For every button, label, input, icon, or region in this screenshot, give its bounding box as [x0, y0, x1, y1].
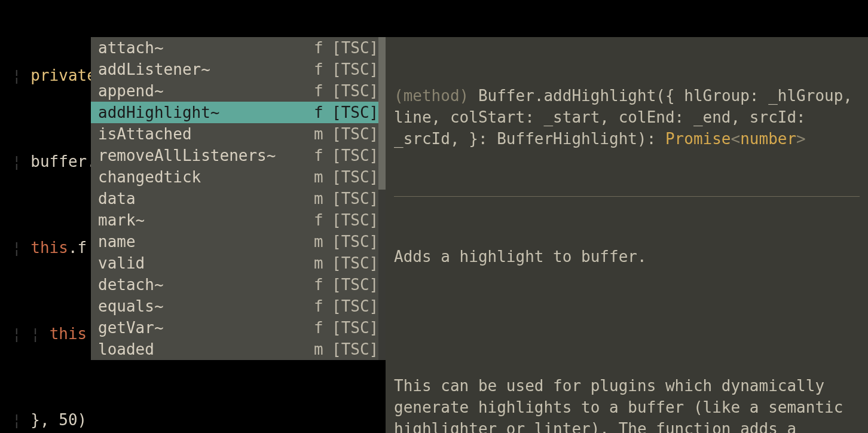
completion-item[interactable]: getVar~f[TSC] — [91, 317, 386, 339]
documentation-panel: (method) Buffer.addHighlight({ hlGroup: … — [386, 37, 868, 433]
completion-item-kind: m — [314, 166, 332, 188]
popup-scrollthumb[interactable] — [378, 37, 386, 190]
completion-item-source: [TSC] — [332, 102, 386, 123]
completion-item-source: [TSC] — [332, 274, 386, 295]
completion-item-kind: f — [314, 59, 332, 80]
completion-item-name: append~ — [98, 80, 314, 102]
completion-item-source: [TSC] — [332, 317, 386, 339]
completion-item-name: removeAllListeners~ — [98, 145, 314, 166]
completion-item-source: [TSC] — [332, 252, 386, 274]
completion-item[interactable]: mark~f[TSC] — [91, 209, 386, 231]
doc-separator — [394, 196, 860, 197]
completion-item-name: getVar~ — [98, 317, 314, 339]
completion-item-kind: m — [314, 188, 332, 209]
completion-item[interactable]: equals~f[TSC] — [91, 295, 386, 317]
completion-item-kind: f — [314, 37, 332, 59]
completion-item[interactable]: append~f[TSC] — [91, 80, 386, 102]
completion-item-source: [TSC] — [332, 166, 386, 188]
completion-item-kind: m — [314, 252, 332, 274]
completion-item-name: changedtick — [98, 166, 314, 188]
completion-item-kind: f — [314, 145, 332, 166]
completion-item-source: [TSC] — [332, 59, 386, 80]
completion-item-name: attach~ — [98, 37, 314, 59]
completion-item-name: isAttached — [98, 123, 314, 145]
completion-item-source: [TSC] — [332, 339, 386, 360]
completion-item-source: [TSC] — [332, 231, 386, 252]
completion-item-source: [TSC] — [332, 123, 386, 145]
completion-item-kind: f — [314, 80, 332, 102]
completion-item-name: equals~ — [98, 295, 314, 317]
doc-body: This can be used for plugins which dynam… — [394, 375, 860, 433]
completion-item-name: data — [98, 188, 314, 209]
completion-item-source: [TSC] — [332, 37, 386, 59]
completion-item[interactable]: removeAllListeners~f[TSC] — [91, 145, 386, 166]
completion-item[interactable]: namem[TSC] — [91, 231, 386, 252]
completion-item[interactable]: addHighlight~f[TSC] — [91, 102, 386, 123]
completion-item[interactable]: detach~f[TSC] — [91, 274, 386, 295]
popup-scrollbar[interactable] — [378, 37, 386, 360]
completion-item[interactable]: loadedm[TSC] — [91, 339, 386, 360]
completion-item[interactable]: changedtickm[TSC] — [91, 166, 386, 188]
completion-item-source: [TSC] — [332, 145, 386, 166]
completion-item-name: loaded — [98, 339, 314, 360]
completion-item-name: detach~ — [98, 274, 314, 295]
completion-item-kind: f — [314, 295, 332, 317]
completion-item-source: [TSC] — [332, 80, 386, 102]
completion-item-name: name — [98, 231, 314, 252]
completion-popup[interactable]: attach~f[TSC]addListener~f[TSC]append~f[… — [91, 37, 386, 360]
doc-summary: Adds a highlight to buffer. — [394, 246, 860, 267]
signature: (method) Buffer.addHighlight({ hlGroup: … — [394, 85, 860, 150]
completion-item-kind: f — [314, 102, 332, 123]
completion-item[interactable]: validm[TSC] — [91, 252, 386, 274]
completion-item[interactable]: datam[TSC] — [91, 188, 386, 209]
completion-item-kind: f — [314, 274, 332, 295]
completion-item-name: addHighlight~ — [98, 102, 314, 123]
completion-item-source: [TSC] — [332, 188, 386, 209]
completion-item-kind: f — [314, 209, 332, 231]
completion-item-kind: m — [314, 231, 332, 252]
completion-item-kind: m — [314, 123, 332, 145]
completion-item-name: mark~ — [98, 209, 314, 231]
completion-item[interactable]: addListener~f[TSC] — [91, 59, 386, 80]
completion-item-source: [TSC] — [332, 295, 386, 317]
completion-item-kind: m — [314, 339, 332, 360]
completion-item[interactable]: attach~f[TSC] — [91, 37, 386, 59]
completion-item-name: valid — [98, 252, 314, 274]
completion-item-kind: f — [314, 317, 332, 339]
completion-item-source: [TSC] — [332, 209, 386, 231]
completion-item-name: addListener~ — [98, 59, 314, 80]
completion-item[interactable]: isAttachedm[TSC] — [91, 123, 386, 145]
